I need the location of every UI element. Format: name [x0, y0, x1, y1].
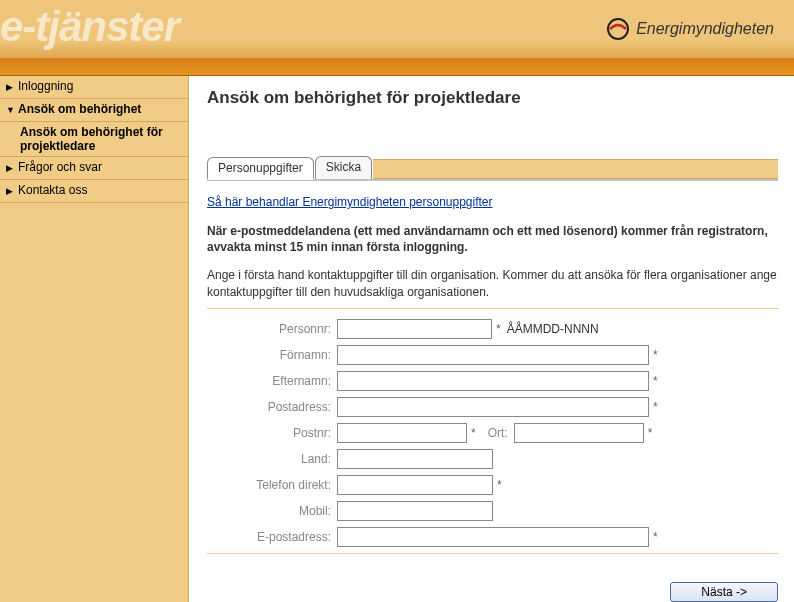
input-telefon[interactable]: [337, 475, 493, 495]
input-postadress[interactable]: [337, 397, 649, 417]
sidebar: ▶Inloggning▼Ansök om behörighetAnsök om …: [0, 76, 189, 602]
input-epost[interactable]: [337, 527, 649, 547]
req-personnr: *: [496, 322, 501, 336]
label-postnr: Postnr:: [207, 426, 337, 440]
input-postnr[interactable]: [337, 423, 467, 443]
req-fornamn: *: [653, 348, 658, 362]
divider-bottom: [207, 553, 778, 554]
sidebar-item-label: Ansök om behörighet: [18, 102, 141, 116]
input-efternamn[interactable]: [337, 371, 649, 391]
orange-bar: [0, 58, 794, 76]
logo-area: Energimyndigheten: [606, 17, 774, 41]
label-telefon: Telefon direkt:: [207, 478, 337, 492]
arrow-right-icon: ▶: [6, 160, 16, 176]
req-ort: *: [648, 426, 653, 440]
content: Ansök om behörighet för projektledare Pe…: [189, 76, 794, 602]
label-ort: Ort:: [476, 426, 514, 440]
tab-skicka[interactable]: Skicka: [315, 156, 372, 179]
sidebar-item-label: Inloggning: [18, 79, 73, 93]
label-mobil: Mobil:: [207, 504, 337, 518]
sidebar-item-2[interactable]: Ansök om behörighet för projektledare: [0, 122, 188, 157]
login-notice: När e-postmeddelandena (ett med användar…: [207, 223, 778, 255]
sidebar-item-label: Kontakta oss: [18, 183, 87, 197]
input-fornamn[interactable]: [337, 345, 649, 365]
header: e-tjänster Energimyndigheten: [0, 0, 794, 58]
logo-text: Energimyndigheten: [636, 20, 774, 38]
sidebar-item-4[interactable]: ▶Kontakta oss: [0, 180, 188, 203]
label-personnr: Personnr:: [207, 322, 337, 336]
description: Ange i första hand kontaktuppgifter till…: [207, 267, 778, 299]
label-efternamn: Efternamn:: [207, 374, 337, 388]
tab-background: [373, 159, 778, 179]
sidebar-item-label: Ansök om behörighet för projektledare: [20, 125, 184, 153]
input-personnr[interactable]: [337, 319, 492, 339]
arrow-right-icon: ▶: [6, 79, 16, 95]
sidebar-item-1[interactable]: ▼Ansök om behörighet: [0, 99, 188, 122]
input-mobil[interactable]: [337, 501, 493, 521]
page-title: Ansök om behörighet för projektledare: [207, 88, 778, 108]
logo-icon: [606, 17, 630, 41]
label-epost: E-postadress:: [207, 530, 337, 544]
label-land: Land:: [207, 452, 337, 466]
req-postadress: *: [653, 400, 658, 414]
sidebar-item-3[interactable]: ▶Frågor och svar: [0, 157, 188, 180]
divider: [207, 308, 778, 309]
req-epost: *: [653, 530, 658, 544]
label-postadress: Postadress:: [207, 400, 337, 414]
input-land[interactable]: [337, 449, 493, 469]
next-button[interactable]: Nästa ->: [670, 582, 778, 602]
sidebar-item-0[interactable]: ▶Inloggning: [0, 76, 188, 99]
arrow-right-icon: ▶: [6, 183, 16, 199]
privacy-link[interactable]: Så här behandlar Energimyndigheten perso…: [207, 195, 493, 209]
req-efternamn: *: [653, 374, 658, 388]
arrow-down-icon: ▼: [6, 102, 16, 118]
hint-personnr: ÅÅMMDD-NNNN: [507, 322, 599, 336]
label-fornamn: Förnamn:: [207, 348, 337, 362]
input-ort[interactable]: [514, 423, 644, 443]
tab-row: PersonuppgifterSkicka: [207, 156, 778, 181]
sidebar-item-label: Frågor och svar: [18, 160, 102, 174]
req-telefon: *: [497, 478, 502, 492]
tab-personuppgifter[interactable]: Personuppgifter: [207, 157, 314, 180]
brand-watermark: e-tjänster: [0, 6, 179, 48]
